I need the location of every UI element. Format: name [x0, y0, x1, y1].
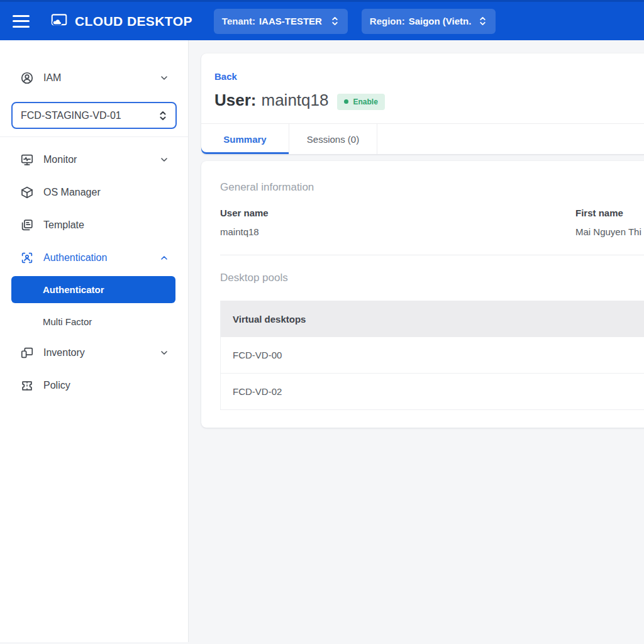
sidebar-item-label: Template	[43, 219, 84, 231]
sidebar: IAM FCD-STAGING-VD-01 Monitor	[0, 40, 189, 642]
tab-summary[interactable]: Summary	[201, 124, 289, 154]
field-user-name: User name maintq18	[220, 208, 575, 237]
field-value: Mai Nguyen Thi	[575, 226, 644, 237]
chevron-down-icon	[159, 348, 169, 358]
table-row[interactable]: FCD-VD-00	[221, 337, 644, 374]
desktop-pool-selector[interactable]: FCD-STAGING-VD-01	[11, 102, 177, 129]
chevron-updown-icon	[158, 109, 168, 122]
sidebar-subitem-label: Authenticator	[43, 284, 104, 295]
ticket-policy-icon	[20, 379, 34, 392]
section-divider	[220, 255, 644, 255]
tab-label: Sessions (0)	[307, 134, 359, 145]
brand-title: CLOUD DESKTOP	[75, 14, 192, 29]
sidebar-item-inventory[interactable]: Inventory	[0, 336, 188, 369]
tenant-dropdown[interactable]: Tenant: IAAS-TESTER	[214, 9, 348, 34]
sidebar-item-label: OS Manager	[43, 187, 101, 198]
general-information-fields: User name maintq18 First name Mai Nguyen…	[220, 208, 644, 237]
sidebar-item-authentication[interactable]: Authentication	[0, 242, 188, 274]
region-value: Saigon (Vietn...	[409, 16, 472, 26]
copy-template-icon	[20, 218, 34, 232]
table-header: Virtual desktops	[221, 301, 644, 337]
brand: CLOUD DESKTOP	[50, 13, 192, 30]
sidebar-subitem-label: Multi Factor	[43, 316, 92, 327]
tab-label: Summary	[223, 134, 266, 145]
general-information-heading: General information	[220, 181, 644, 194]
main-content: Back User:maintq18 Enable Summary Sessio…	[189, 40, 644, 642]
summary-card: General information User name maintq18 F…	[201, 161, 644, 428]
page-title-label: User:	[214, 91, 256, 109]
region-dropdown[interactable]: Region: Saigon (Vietn...	[362, 9, 496, 34]
tab-sessions[interactable]: Sessions (0)	[289, 124, 377, 154]
cloud-desktop-logo-icon	[50, 13, 69, 30]
sidebar-item-label: IAM	[43, 72, 61, 84]
desktop-pools-heading: Desktop pools	[220, 272, 644, 284]
back-link[interactable]: Back	[214, 71, 237, 82]
sidebar-item-monitor[interactable]: Monitor	[0, 143, 188, 176]
page-title: User:maintq18	[214, 91, 328, 110]
tenant-label: Tenant:	[222, 16, 255, 26]
sidebar-item-label: Authentication	[43, 252, 107, 264]
devices-icon	[20, 346, 34, 360]
sidebar-item-label: Monitor	[43, 154, 77, 165]
field-first-name: First name Mai Nguyen Thi	[575, 208, 644, 237]
table-row[interactable]: FCD-VD-02	[221, 374, 644, 410]
field-value: maintq18	[220, 226, 575, 237]
sidebar-item-label: Policy	[43, 380, 70, 391]
status-badge: Enable	[337, 94, 384, 110]
status-dot-icon	[344, 99, 348, 104]
table-cell: FCD-VD-02	[233, 386, 282, 397]
sidebar-subitem-multi-factor[interactable]: Multi Factor	[0, 307, 188, 336]
chevron-updown-icon	[324, 16, 340, 26]
topbar: CLOUD DESKTOP Tenant: IAAS-TESTER Region…	[0, 0, 644, 40]
tab-bar: Summary Sessions (0)	[201, 123, 644, 154]
chevron-down-icon	[159, 155, 169, 165]
sidebar-item-os-manager[interactable]: OS Manager	[0, 176, 188, 209]
status-badge-label: Enable	[353, 97, 377, 106]
user-header-card: Back User:maintq18 Enable Summary Sessio…	[201, 53, 644, 154]
page-title-value: maintq18	[261, 91, 328, 109]
table-cell: FCD-VD-00	[233, 350, 282, 360]
virtual-desktops-table: Virtual desktops FCD-VD-00 FCD-VD-02	[220, 301, 644, 410]
authentication-scan-person-icon	[20, 251, 34, 265]
tenant-value: IAAS-TESTER	[259, 16, 322, 26]
chevron-down-icon	[159, 73, 169, 83]
sidebar-item-template[interactable]: Template	[0, 209, 188, 242]
chevron-updown-icon	[472, 16, 487, 26]
field-label: User name	[220, 208, 575, 218]
sidebar-item-policy[interactable]: Policy	[0, 369, 188, 402]
sidebar-divider	[0, 136, 188, 137]
desktop-pool-selector-value: FCD-STAGING-VD-01	[21, 110, 121, 121]
user-circle-icon	[20, 71, 34, 85]
region-label: Region:	[370, 16, 405, 26]
package-box-icon	[20, 186, 34, 199]
chevron-up-icon	[159, 253, 169, 263]
monitor-icon	[20, 153, 34, 167]
sidebar-item-label: Inventory	[43, 347, 85, 358]
sidebar-item-iam[interactable]: IAM	[0, 62, 188, 94]
hamburger-menu-icon[interactable]	[13, 15, 30, 28]
field-label: First name	[575, 208, 644, 218]
sidebar-subitem-authenticator[interactable]: Authenticator	[11, 276, 175, 303]
